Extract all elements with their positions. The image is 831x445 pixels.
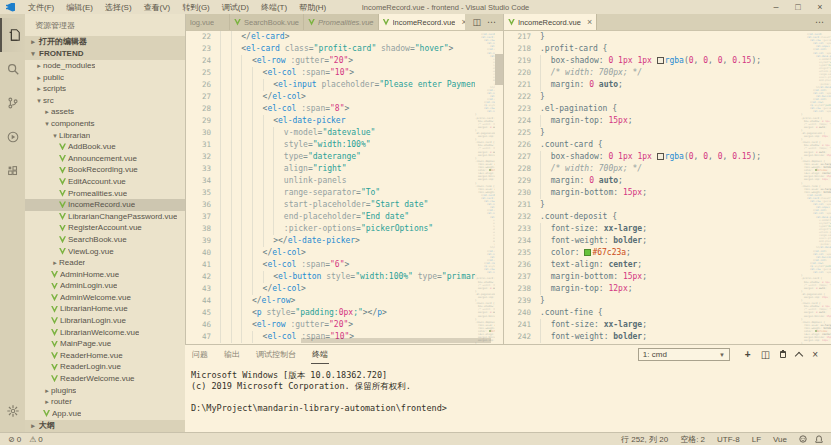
- extensions-icon[interactable]: [0, 154, 25, 188]
- menu-item[interactable]: 编辑(E): [60, 2, 99, 13]
- tab-incomerecord-vue[interactable]: IncomeRecord.vue×: [379, 14, 466, 30]
- close-panel-icon[interactable]: ×: [812, 349, 818, 360]
- outline-header[interactable]: ▸大纲: [25, 420, 185, 432]
- tab-incomerecord-vue[interactable]: IncomeRecord.vue×: [504, 14, 597, 30]
- tree-item[interactable]: ▸public: [25, 72, 185, 84]
- panel-tab-问题[interactable]: 问题: [191, 346, 209, 364]
- tree-item[interactable]: ▾components: [25, 118, 185, 130]
- more-actions-icon[interactable]: ⋯: [487, 17, 496, 27]
- tree-item[interactable]: ▸Reader: [25, 257, 185, 269]
- tree-item[interactable]: ReaderHome.vue: [25, 350, 185, 362]
- tree-item[interactable]: LibrarianWelcome.vue: [25, 327, 185, 339]
- tree-item[interactable]: BookRecording.vue: [25, 164, 185, 176]
- split-editor-icon[interactable]: ◫: [472, 17, 481, 27]
- project-root-header[interactable]: ▾FRONTEND: [25, 48, 185, 60]
- code-line: margin-top: 12px;: [540, 283, 801, 295]
- tree-item[interactable]: ▸assets: [25, 106, 185, 118]
- editor-left[interactable]: 2223242526272829303132333435363738394041…: [186, 31, 503, 344]
- language-mode[interactable]: Vue: [773, 435, 787, 444]
- tree-item-label: IncomeRecord.vue: [68, 199, 135, 211]
- indentation[interactable]: 空格: 2: [680, 434, 705, 445]
- maximize-button[interactable]: □: [787, 2, 809, 12]
- tree-item-label: Reader: [59, 257, 85, 269]
- tree-item[interactable]: EditAccount.vue: [25, 176, 185, 188]
- minimap[interactable]: </el-card> <el-card class="profit-card" …: [475, 31, 495, 344]
- menu-item[interactable]: 选择(S): [99, 2, 138, 13]
- panel-tab-输出[interactable]: 输出: [223, 346, 241, 364]
- editor-right[interactable]: 2172182192202212222232242252262272282292…: [504, 31, 831, 344]
- tree-item-label: ReaderWelcome.vue: [60, 373, 135, 385]
- menu-item[interactable]: 文件(F): [22, 2, 60, 13]
- code-line: margin-top: 15px;: [475, 135, 495, 138]
- warnings-indicator[interactable]: ⚠0: [29, 435, 43, 444]
- manage-gear-icon[interactable]: [0, 394, 25, 428]
- tree-item[interactable]: Promealities.vue: [25, 188, 185, 200]
- tree-item[interactable]: LibrarianLogin.vue: [25, 315, 185, 327]
- split-terminal-icon[interactable]: ◫: [761, 349, 770, 360]
- tree-item[interactable]: AdminLogin.vue: [25, 280, 185, 292]
- terminal-output[interactable]: Microsoft Windows [版本 10.0.18362.720](c)…: [185, 364, 831, 432]
- errors-indicator[interactable]: ⊘0: [8, 435, 21, 444]
- menu-item[interactable]: 查看(V): [138, 2, 177, 13]
- minimap[interactable]: </el-card> <el-card class="profit-card" …: [801, 31, 831, 344]
- panel-tab-终端[interactable]: 终端: [311, 346, 329, 364]
- tree-item[interactable]: LibrarianHome.vue: [25, 303, 185, 315]
- new-terminal-icon[interactable]: +: [745, 349, 751, 360]
- close-icon[interactable]: ×: [587, 17, 592, 27]
- tab-log-vue[interactable]: log.vue: [186, 14, 230, 30]
- code-line: font-weight: bolder;: [540, 235, 801, 247]
- feedback-smiley-icon[interactable]: [799, 435, 807, 443]
- eol[interactable]: LF: [752, 435, 761, 444]
- tree-item[interactable]: ReaderLogin.vue: [25, 361, 185, 373]
- panel-tab-调试控制台[interactable]: 调试控制台: [255, 346, 297, 364]
- notifications-bell-icon[interactable]: [815, 435, 823, 444]
- debug-icon[interactable]: [0, 120, 25, 154]
- source-control-icon[interactable]: [0, 86, 25, 120]
- tree-item[interactable]: MainPage.vue: [25, 338, 185, 350]
- tree-item[interactable]: RegisterAccount.vue: [25, 222, 185, 234]
- explorer-icon[interactable]: [0, 18, 25, 52]
- code-line: margin-top: 15px;: [801, 135, 831, 138]
- open-editors-header[interactable]: ▸打开的编辑器: [25, 36, 185, 48]
- menu-item[interactable]: 调试(D): [216, 2, 255, 13]
- tree-item[interactable]: AdminWelcome.vue: [25, 292, 185, 304]
- code-line: start-placeholder="Start date": [220, 199, 475, 211]
- code-line: margin-bottom: 15px;: [475, 315, 495, 318]
- tree-item[interactable]: ▸router: [25, 396, 185, 408]
- code-line: margin-top: 15px;: [540, 115, 801, 127]
- search-icon[interactable]: [0, 52, 25, 86]
- tree-item[interactable]: ▸plugins: [25, 385, 185, 397]
- tab-promealities-vue[interactable]: Promealities.vue: [304, 14, 378, 30]
- terminal-shell-select[interactable]: 1: cmd▼: [638, 348, 730, 361]
- code-line: .count-card {: [540, 139, 801, 151]
- tree-item[interactable]: App.vue: [25, 408, 185, 420]
- chevron-right-icon: ▸: [35, 60, 43, 72]
- close-button[interactable]: ×: [809, 2, 831, 12]
- tree-item[interactable]: IncomeRecord.vue: [25, 199, 185, 211]
- tree-item[interactable]: ▾Librarian: [25, 130, 185, 142]
- menu-item[interactable]: 帮助(H): [293, 2, 332, 13]
- tab-searchbook-vue[interactable]: SearchBook.vue: [230, 14, 304, 30]
- tree-item-label: src: [43, 95, 54, 107]
- menu-item[interactable]: 转到(G): [176, 2, 216, 13]
- encoding[interactable]: UTF-8: [717, 435, 740, 444]
- tree-item[interactable]: ReaderWelcome.vue: [25, 373, 185, 385]
- scrollbar-horizontal[interactable]: [301, 338, 491, 343]
- minimize-button[interactable]: –: [765, 2, 787, 12]
- vue-file-icon: [51, 317, 58, 324]
- tree-item[interactable]: LibrarianChangePassword.vue: [25, 211, 185, 223]
- tree-item[interactable]: SearchBook.vue: [25, 234, 185, 246]
- kill-terminal-icon[interactable]: [780, 351, 786, 358]
- tree-item[interactable]: ViewLog.vue: [25, 246, 185, 258]
- tree-item[interactable]: AddBook.vue: [25, 141, 185, 153]
- tree-item[interactable]: ▾src: [25, 95, 185, 107]
- tree-item[interactable]: AdminHome.vue: [25, 269, 185, 281]
- more-actions-icon[interactable]: ⋯: [815, 17, 824, 27]
- maximize-panel-icon[interactable]: [796, 350, 802, 359]
- cursor-position[interactable]: 行 252, 列 20: [621, 434, 668, 445]
- tree-item[interactable]: ▸scripts: [25, 83, 185, 95]
- scrollbar-vertical[interactable]: [495, 31, 503, 344]
- tree-item[interactable]: ▸node_modules: [25, 60, 185, 72]
- tree-item[interactable]: Announcement.vue: [25, 153, 185, 165]
- menu-item[interactable]: 终端(T): [255, 2, 293, 13]
